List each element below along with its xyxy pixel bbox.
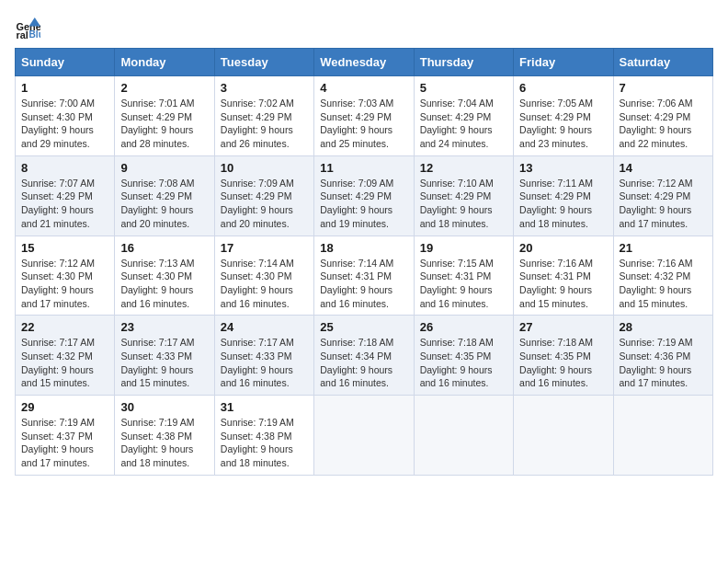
- calendar-cell: 17 Sunrise: 7:14 AMSunset: 4:30 PMDaylig…: [214, 236, 313, 316]
- day-info: Sunrise: 7:16 AMSunset: 4:32 PMDaylight:…: [620, 258, 693, 309]
- calendar-cell: 8 Sunrise: 7:07 AMSunset: 4:29 PMDayligh…: [16, 155, 115, 236]
- day-number: 15: [21, 241, 108, 255]
- calendar-table: SundayMondayTuesdayWednesdayThursdayFrid…: [15, 48, 713, 476]
- day-number: 30: [120, 400, 208, 414]
- calendar-cell: 24 Sunrise: 7:17 AMSunset: 4:33 PMDaylig…: [214, 316, 313, 396]
- svg-text:ral: ral: [17, 29, 28, 40]
- calendar-cell: 29 Sunrise: 7:19 AMSunset: 4:37 PMDaylig…: [16, 396, 115, 476]
- day-number: 3: [221, 81, 308, 95]
- day-number: 13: [519, 161, 607, 175]
- day-info: Sunrise: 7:13 AMSunset: 4:30 PMDaylight:…: [120, 258, 194, 309]
- calendar-cell: 27 Sunrise: 7:18 AMSunset: 4:35 PMDaylig…: [514, 316, 613, 396]
- day-info: Sunrise: 7:19 AMSunset: 4:38 PMDaylight:…: [221, 417, 294, 468]
- day-number: 11: [320, 161, 407, 175]
- day-info: Sunrise: 7:18 AMSunset: 4:35 PMDaylight:…: [519, 337, 593, 388]
- day-info: Sunrise: 7:06 AMSunset: 4:29 PMDaylight:…: [620, 98, 693, 149]
- day-info: Sunrise: 7:05 AMSunset: 4:29 PMDaylight:…: [519, 98, 593, 149]
- day-number: 20: [519, 241, 607, 255]
- calendar-week-5: 29 Sunrise: 7:19 AMSunset: 4:37 PMDaylig…: [16, 396, 713, 476]
- calendar-cell: 14 Sunrise: 7:12 AMSunset: 4:29 PMDaylig…: [613, 155, 712, 236]
- day-number: 31: [221, 400, 308, 414]
- day-number: 25: [320, 320, 407, 334]
- day-info: Sunrise: 7:17 AMSunset: 4:33 PMDaylight:…: [120, 337, 194, 388]
- calendar-cell: 7 Sunrise: 7:06 AMSunset: 4:29 PMDayligh…: [613, 76, 712, 156]
- day-info: Sunrise: 7:16 AMSunset: 4:31 PMDaylight:…: [519, 258, 593, 309]
- calendar-cell: 10 Sunrise: 7:09 AMSunset: 4:29 PMDaylig…: [214, 155, 313, 236]
- calendar-cell: 6 Sunrise: 7:05 AMSunset: 4:29 PMDayligh…: [514, 76, 613, 156]
- calendar-week-2: 8 Sunrise: 7:07 AMSunset: 4:29 PMDayligh…: [16, 155, 713, 236]
- calendar-cell: [613, 396, 712, 476]
- calendar-week-3: 15 Sunrise: 7:12 AMSunset: 4:30 PMDaylig…: [16, 236, 713, 316]
- page-header: Gene ral Blue: [15, 15, 713, 40]
- logo: Gene ral Blue: [15, 15, 44, 40]
- calendar-cell: 20 Sunrise: 7:16 AMSunset: 4:31 PMDaylig…: [514, 236, 613, 316]
- day-number: 26: [420, 320, 507, 334]
- day-info: Sunrise: 7:11 AMSunset: 4:29 PMDaylight:…: [519, 178, 593, 229]
- day-number: 17: [221, 241, 308, 255]
- day-info: Sunrise: 7:01 AMSunset: 4:29 PMDaylight:…: [120, 98, 194, 149]
- calendar-cell: 22 Sunrise: 7:17 AMSunset: 4:32 PMDaylig…: [16, 316, 115, 396]
- calendar-cell: 23 Sunrise: 7:17 AMSunset: 4:33 PMDaylig…: [115, 316, 214, 396]
- day-info: Sunrise: 7:12 AMSunset: 4:29 PMDaylight:…: [620, 178, 693, 229]
- calendar-cell: 1 Sunrise: 7:00 AMSunset: 4:30 PMDayligh…: [16, 76, 115, 156]
- day-number: 5: [420, 81, 507, 95]
- day-info: Sunrise: 7:19 AMSunset: 4:37 PMDaylight:…: [21, 417, 95, 468]
- calendar-cell: 5 Sunrise: 7:04 AMSunset: 4:29 PMDayligh…: [414, 76, 513, 156]
- day-info: Sunrise: 7:03 AMSunset: 4:29 PMDaylight:…: [320, 98, 393, 149]
- day-number: 6: [519, 81, 607, 95]
- calendar-cell: 18 Sunrise: 7:14 AMSunset: 4:31 PMDaylig…: [314, 236, 414, 316]
- day-number: 18: [320, 241, 407, 255]
- calendar-cell: 3 Sunrise: 7:02 AMSunset: 4:29 PMDayligh…: [214, 76, 313, 156]
- day-info: Sunrise: 7:08 AMSunset: 4:29 PMDaylight:…: [120, 178, 194, 229]
- day-number: 8: [21, 161, 108, 175]
- calendar-cell: 31 Sunrise: 7:19 AMSunset: 4:38 PMDaylig…: [214, 396, 313, 476]
- calendar-cell: 16 Sunrise: 7:13 AMSunset: 4:30 PMDaylig…: [115, 236, 214, 316]
- day-info: Sunrise: 7:09 AMSunset: 4:29 PMDaylight:…: [320, 178, 393, 229]
- day-number: 27: [519, 320, 607, 334]
- day-number: 16: [120, 241, 208, 255]
- day-number: 24: [221, 320, 308, 334]
- day-number: 29: [21, 400, 108, 414]
- logo-icon: Gene ral Blue: [15, 15, 40, 40]
- calendar-week-1: 1 Sunrise: 7:00 AMSunset: 4:30 PMDayligh…: [16, 76, 713, 156]
- calendar-cell: 19 Sunrise: 7:15 AMSunset: 4:31 PMDaylig…: [414, 236, 513, 316]
- weekday-header-wednesday: Wednesday: [314, 49, 414, 76]
- day-info: Sunrise: 7:14 AMSunset: 4:30 PMDaylight:…: [221, 258, 294, 309]
- calendar-cell: 26 Sunrise: 7:18 AMSunset: 4:35 PMDaylig…: [414, 316, 513, 396]
- day-number: 22: [21, 320, 108, 334]
- day-info: Sunrise: 7:18 AMSunset: 4:35 PMDaylight:…: [420, 337, 494, 388]
- weekday-header-friday: Friday: [514, 49, 613, 76]
- calendar-cell: 15 Sunrise: 7:12 AMSunset: 4:30 PMDaylig…: [16, 236, 115, 316]
- day-info: Sunrise: 7:15 AMSunset: 4:31 PMDaylight:…: [420, 258, 494, 309]
- svg-text:Blue: Blue: [29, 29, 40, 40]
- calendar-cell: [314, 396, 414, 476]
- day-info: Sunrise: 7:14 AMSunset: 4:31 PMDaylight:…: [320, 258, 393, 309]
- calendar-cell: 12 Sunrise: 7:10 AMSunset: 4:29 PMDaylig…: [414, 155, 513, 236]
- weekday-header-saturday: Saturday: [613, 49, 712, 76]
- day-info: Sunrise: 7:19 AMSunset: 4:36 PMDaylight:…: [620, 337, 693, 388]
- day-number: 9: [120, 161, 208, 175]
- weekday-header-thursday: Thursday: [414, 49, 513, 76]
- calendar-cell: [414, 396, 513, 476]
- weekday-header-tuesday: Tuesday: [214, 49, 313, 76]
- day-number: 1: [21, 81, 108, 95]
- calendar-cell: 11 Sunrise: 7:09 AMSunset: 4:29 PMDaylig…: [314, 155, 414, 236]
- day-info: Sunrise: 7:19 AMSunset: 4:38 PMDaylight:…: [120, 417, 194, 468]
- day-number: 28: [620, 320, 707, 334]
- calendar-header-row: SundayMondayTuesdayWednesdayThursdayFrid…: [16, 49, 713, 76]
- day-info: Sunrise: 7:12 AMSunset: 4:30 PMDaylight:…: [21, 258, 95, 309]
- calendar-cell: 28 Sunrise: 7:19 AMSunset: 4:36 PMDaylig…: [613, 316, 712, 396]
- day-info: Sunrise: 7:00 AMSunset: 4:30 PMDaylight:…: [21, 98, 95, 149]
- day-number: 4: [320, 81, 407, 95]
- day-number: 21: [620, 241, 707, 255]
- day-number: 12: [420, 161, 507, 175]
- day-number: 14: [620, 161, 707, 175]
- day-number: 7: [620, 81, 707, 95]
- day-number: 10: [221, 161, 308, 175]
- day-number: 23: [120, 320, 208, 334]
- calendar-cell: 9 Sunrise: 7:08 AMSunset: 4:29 PMDayligh…: [115, 155, 214, 236]
- day-info: Sunrise: 7:18 AMSunset: 4:34 PMDaylight:…: [320, 337, 393, 388]
- calendar-week-4: 22 Sunrise: 7:17 AMSunset: 4:32 PMDaylig…: [16, 316, 713, 396]
- day-number: 19: [420, 241, 507, 255]
- weekday-header-sunday: Sunday: [16, 49, 115, 76]
